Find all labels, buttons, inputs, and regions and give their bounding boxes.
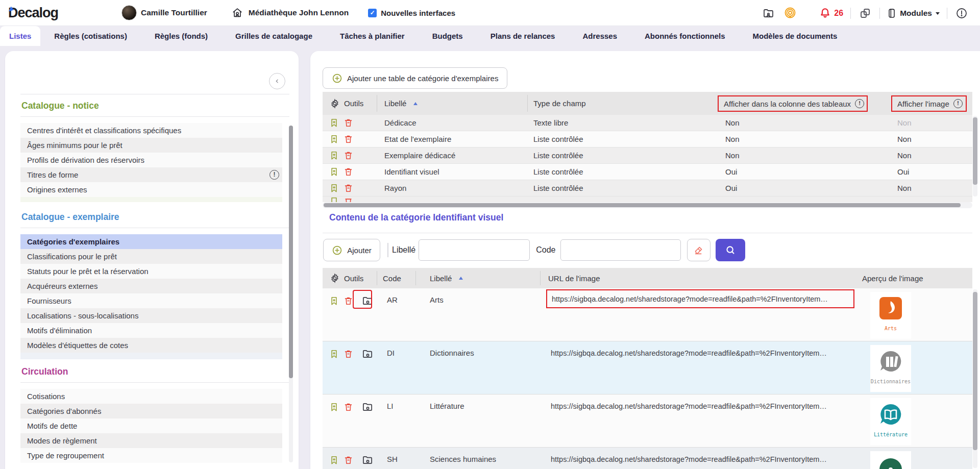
table-row[interactable]: Etat de l'exemplaire Liste contrôlée Non…: [323, 131, 972, 147]
sidebar-item-modeles-etiquettes[interactable]: Modèles d'étiquettes de cotes: [20, 338, 282, 353]
cell-libelle: Littérature: [430, 401, 464, 411]
sidebar-scrollbar[interactable]: [289, 126, 293, 462]
clear-filters-button[interactable]: [687, 239, 710, 261]
bookmark-add-icon[interactable]: [329, 349, 339, 359]
sidebar-collapse-button[interactable]: [269, 73, 285, 89]
trash-icon[interactable]: [344, 402, 353, 412]
cell-show-in-column: Non: [725, 115, 740, 131]
checkbox-checked-icon[interactable]: ✓: [368, 9, 377, 17]
trash-icon[interactable]: [344, 349, 353, 359]
sidebar-item-classifications-pret[interactable]: Classifications pour le prêt: [20, 249, 282, 264]
scrollbar-thumb[interactable]: [973, 292, 977, 450]
tab-adresses[interactable]: Adresses: [569, 26, 631, 46]
folder-user-icon[interactable]: [762, 6, 776, 20]
trash-icon[interactable]: [344, 183, 353, 193]
search-button[interactable]: [716, 239, 745, 261]
tab-taches-planifier[interactable]: Tâches à planifier: [326, 26, 419, 46]
sidebar-item-titres-de-forme[interactable]: Titres de forme!: [20, 167, 282, 182]
sidebar-item-statuts-pret-reservation[interactable]: Statuts pour le prêt et la réservation: [20, 264, 282, 279]
tab-regles-cotisations[interactable]: Règles (cotisations): [40, 26, 141, 46]
trash-icon[interactable]: [344, 151, 353, 160]
category-content-title: Contenu de la catégorie Identifiant visu…: [329, 212, 503, 223]
scrollbar-thumb[interactable]: [289, 126, 293, 378]
table-row[interactable]: Exemplaire dédicacé Liste contrôlée Non …: [323, 147, 972, 164]
info-icon[interactable]: !: [855, 99, 864, 108]
sidebar-item-categories-abonnes[interactable]: Catégories d'abonnés: [20, 404, 282, 418]
notifications-button[interactable]: 26: [818, 6, 843, 20]
tab-plans-relances[interactable]: Plans de relances: [477, 26, 569, 46]
table-row[interactable]: Dédicace Texte libre Non Non: [323, 115, 972, 131]
header-libelle[interactable]: Libellé: [430, 268, 463, 288]
scrollbar-thumb[interactable]: [324, 203, 961, 207]
trash-icon[interactable]: [344, 134, 353, 144]
trash-icon[interactable]: [344, 167, 353, 177]
sidebar-item-categories-exemplaires[interactable]: Catégories d'exemplaires: [20, 234, 282, 249]
sidebar-item-ages-minimums[interactable]: Âges minimums pour le prêt: [20, 138, 282, 153]
table-row[interactable]: LI Littérature https://sigbqa.decalog.ne…: [323, 394, 972, 448]
divider: [527, 95, 528, 112]
table-row[interactable]: AR Arts https://sigbqa.decalog.net/share…: [323, 288, 972, 341]
tab-abonnes-fonctionnels[interactable]: Abonnés fonctionnels: [631, 26, 739, 46]
library-selector[interactable]: Médiathèque John Lennon: [230, 6, 349, 20]
bookmark-add-icon[interactable]: [329, 167, 339, 177]
tab-regles-fonds[interactable]: Règles (fonds): [141, 26, 222, 46]
table-row[interactable]: SH Sciences humaines https://sigbqa.deca…: [323, 448, 972, 469]
folder-image-icon[interactable]: [362, 454, 374, 466]
table-row[interactable]: Rayon Liste contrôlée Oui Non: [323, 180, 972, 196]
help-icon[interactable]: [954, 6, 969, 20]
sidebar-item-cotisations[interactable]: Cotisations: [20, 389, 282, 404]
libelle-search-input[interactable]: [419, 239, 530, 261]
bookmark-add-icon[interactable]: [329, 455, 339, 465]
bookmark-add-icon[interactable]: [329, 134, 339, 144]
header-tools: Outils: [330, 268, 363, 288]
tab-listes[interactable]: Listes: [0, 26, 40, 46]
sidebar-item-profils-derivation[interactable]: Profils de dérivation des réservoirs: [20, 153, 282, 167]
bookmark-add-icon[interactable]: [329, 151, 339, 160]
new-interfaces-toggle[interactable]: ✓ Nouvelles interfaces: [368, 9, 455, 17]
section-title-circulation: Circulation: [21, 366, 289, 377]
sidebar-item-acquereurs-externes[interactable]: Acquéreurs externes: [20, 279, 282, 293]
beacon-icon[interactable]: [783, 6, 797, 20]
logo-text: Decalog: [8, 5, 58, 20]
code-search-input[interactable]: [560, 239, 681, 261]
sidebar-item-type-regroupement[interactable]: Type de regroupement: [20, 448, 282, 463]
table1-scrollbar[interactable]: [973, 116, 977, 196]
sidebar-item-fournisseurs[interactable]: Fournisseurs: [20, 293, 282, 308]
folder-image-icon[interactable]: [362, 401, 374, 413]
links-icon[interactable]: [858, 6, 872, 20]
table-row[interactable]: DI Dictionnaires https://sigbqa.decalog.…: [323, 341, 972, 394]
tab-grilles-catalogage[interactable]: Grilles de catalogage: [222, 26, 326, 46]
table-row[interactable]: Identifiant visuel Liste contrôlée Oui O…: [323, 164, 972, 180]
app-logo[interactable]: Decalog: [8, 5, 58, 21]
divider: [540, 271, 541, 285]
trash-icon[interactable]: [344, 296, 353, 306]
annotation-box-show-image: Afficher l'image !: [891, 95, 967, 112]
sidebar-item-centres-interet[interactable]: Centres d'intérêt et classifications spé…: [20, 123, 282, 138]
trash-icon[interactable]: [344, 118, 353, 128]
sidebar-item-modes-reglement[interactable]: Modes de règlement: [20, 433, 282, 448]
trash-icon[interactable]: [344, 455, 353, 465]
cell-image-url: https://sigbqa.decalog.net/sharedstorage…: [551, 401, 827, 411]
warning-icon[interactable]: !: [270, 170, 279, 180]
modules-menu[interactable]: Modules: [887, 8, 940, 18]
sidebar-item-localisations[interactable]: Localisations - sous-localisations: [20, 308, 282, 323]
bookmark-add-icon[interactable]: [329, 118, 339, 128]
bookmark-add-icon[interactable]: [329, 402, 339, 412]
add-value-button[interactable]: Ajouter: [323, 239, 380, 261]
folder-image-icon[interactable]: [362, 348, 374, 360]
tab-modeles-documents[interactable]: Modèles de documents: [739, 26, 851, 46]
sidebar-item-motifs-dette[interactable]: Motifs de dette: [20, 418, 282, 433]
bookmark-add-icon: [329, 196, 339, 202]
bookmark-add-icon[interactable]: [329, 183, 339, 193]
bookmark-add-icon[interactable]: [329, 296, 339, 306]
horizontal-scrollbar[interactable]: [323, 202, 972, 208]
sidebar-item-origines-externes[interactable]: Origines externes: [20, 182, 282, 197]
sidebar-item-motifs-elimination[interactable]: Motifs d'élimination: [20, 323, 282, 338]
user-menu[interactable]: Camille Tourtillier: [121, 5, 207, 20]
table2-scrollbar[interactable]: [973, 289, 977, 468]
tab-budgets[interactable]: Budgets: [419, 26, 477, 46]
info-icon[interactable]: !: [953, 99, 963, 108]
header-libelle[interactable]: Libellé: [384, 92, 418, 115]
scrollbar-thumb[interactable]: [973, 117, 977, 185]
add-category-table-button[interactable]: Ajouter une table de catégorie d'exempla…: [323, 67, 507, 89]
